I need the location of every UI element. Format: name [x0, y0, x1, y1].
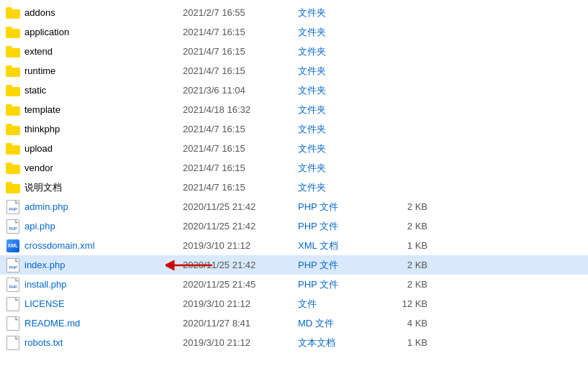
file-date: 2021/4/7 16:15	[183, 143, 298, 154]
file-type: 文件夹	[298, 123, 370, 136]
php-file-icon: PHP	[6, 278, 20, 292]
file-name: crossdomain.xml	[24, 240, 183, 251]
file-date: 2020/11/27 8:41	[183, 318, 298, 329]
file-date: 2020/11/25 21:42	[183, 221, 298, 231]
file-type: 文件夹	[298, 142, 370, 155]
file-date: 2020/11/25 21:45	[183, 279, 298, 290]
file-size: 12 KB	[370, 298, 428, 309]
file-date: 2021/4/7 16:15	[183, 27, 298, 37]
red-arrow-icon	[166, 258, 216, 272]
file-date: 2021/4/7 16:15	[183, 65, 298, 76]
file-type: 文件夹	[298, 84, 370, 97]
file-name: admin.php	[24, 201, 183, 212]
file-size: 2 KB	[370, 221, 428, 231]
php-file-icon: PHP	[6, 219, 20, 234]
list-item[interactable]: 说明文档 2021/4/7 16:15 文件夹	[0, 178, 588, 197]
file-type: 文件夹	[298, 6, 370, 19]
file-date: 2021/4/18 16:32	[183, 104, 298, 115]
file-name: thinkphp	[24, 124, 183, 134]
file-name: index.php	[24, 260, 183, 270]
file-type: PHP 文件	[298, 220, 370, 233]
file-type: 文件	[298, 298, 370, 311]
file-size: 2 KB	[370, 260, 428, 270]
list-item[interactable]: application 2021/4/7 16:15 文件夹	[0, 22, 588, 42]
file-type: PHP 文件	[298, 201, 370, 214]
list-item[interactable]: PHP install.php 2020/11/25 21:45 PHP 文件 …	[0, 275, 588, 294]
file-date: 2019/3/10 21:12	[183, 337, 298, 348]
list-item[interactable]: template 2021/4/18 16:32 文件夹	[0, 100, 588, 119]
file-type: 文件夹	[298, 104, 370, 116]
file-name: install.php	[24, 279, 183, 290]
file-date: 2021/4/7 16:15	[183, 46, 298, 57]
file-date: 2020/11/25 21:42	[183, 201, 298, 212]
file-date: 2021/4/7 16:15	[183, 182, 298, 193]
file-size: 2 KB	[370, 201, 428, 212]
file-size: 2 KB	[370, 279, 428, 290]
file-list: addons 2021/2/7 16:55 文件夹 application 20…	[0, 0, 588, 355]
file-type: 文件夹	[298, 181, 370, 194]
file-date: 2019/3/10 21:12	[183, 240, 298, 251]
file-name: LICENSE	[24, 298, 183, 309]
file-name: README.md	[24, 318, 183, 329]
file-date: 2021/4/7 16:15	[183, 124, 298, 134]
file-type: 文件夹	[298, 45, 370, 58]
list-item[interactable]: static 2021/3/6 11:04 文件夹	[0, 81, 588, 100]
file-date: 2021/2/7 16:55	[183, 7, 298, 18]
folder-icon	[6, 122, 20, 137]
file-size: 1 KB	[370, 240, 428, 251]
file-type: 文件夹	[298, 65, 370, 78]
list-item[interactable]: PHP admin.php 2020/11/25 21:42 PHP 文件 2 …	[0, 197, 588, 216]
file-size: 4 KB	[370, 318, 428, 329]
list-item[interactable]: XML crossdomain.xml 2019/3/10 21:12 XML …	[0, 236, 588, 255]
file-name: vendor	[24, 162, 183, 173]
folder-icon	[6, 161, 20, 175]
file-type: 文件夹	[298, 162, 370, 175]
file-name: robots.txt	[24, 337, 183, 348]
arrow-indicator	[166, 258, 216, 272]
folder-icon	[6, 45, 20, 59]
file-name: application	[24, 27, 183, 37]
list-item[interactable]: thinkphp 2021/4/7 16:15 文件夹	[0, 119, 588, 139]
folder-icon	[6, 6, 20, 20]
php-file-icon: PHP	[6, 258, 20, 272]
file-name: addons	[24, 7, 183, 18]
list-item[interactable]: README.md 2020/11/27 8:41 MD 文件 4 KB	[0, 313, 588, 333]
list-item[interactable]: robots.txt 2019/3/10 21:12 文本文档 1 KB	[0, 333, 588, 352]
folder-icon	[6, 103, 20, 117]
file-date: 2021/3/6 11:04	[183, 85, 298, 96]
file-name: api.php	[24, 221, 183, 231]
file-date: 2019/3/10 21:12	[183, 298, 298, 309]
list-item[interactable]: extend 2021/4/7 16:15 文件夹	[0, 42, 588, 61]
file-type: PHP 文件	[298, 259, 370, 272]
file-name: static	[24, 85, 183, 96]
file-type: 文件夹	[298, 26, 370, 39]
folder-icon	[6, 180, 20, 195]
file-name: template	[24, 104, 183, 115]
folder-icon	[6, 25, 20, 40]
list-item[interactable]: PHP index.php 2020/11/25 21:42 PHP 文件 2 …	[0, 255, 588, 275]
list-item[interactable]: upload 2021/4/7 16:15 文件夹	[0, 139, 588, 158]
folder-icon	[6, 64, 20, 78]
file-type: PHP 文件	[298, 278, 370, 291]
list-item[interactable]: LICENSE 2019/3/10 21:12 文件 12 KB	[0, 294, 588, 313]
folder-icon	[6, 142, 20, 156]
file-name: extend	[24, 46, 183, 57]
list-item[interactable]: runtime 2021/4/7 16:15 文件夹	[0, 61, 588, 81]
file-type: 文本文档	[298, 336, 370, 349]
xml-file-icon: XML	[6, 239, 20, 253]
file-type: XML 文档	[298, 239, 370, 252]
file-name: upload	[24, 143, 183, 154]
php-file-icon: PHP	[6, 200, 20, 214]
list-item[interactable]: addons 2021/2/7 16:55 文件夹	[0, 3, 588, 22]
file-name: runtime	[24, 65, 183, 76]
generic-file-icon	[6, 297, 20, 311]
list-item[interactable]: PHP api.php 2020/11/25 21:42 PHP 文件 2 KB	[0, 216, 588, 236]
md-file-icon	[6, 316, 20, 331]
txt-file-icon	[6, 336, 20, 350]
file-type: MD 文件	[298, 317, 370, 330]
list-item[interactable]: vendor 2021/4/7 16:15 文件夹	[0, 158, 588, 178]
file-name: 说明文档	[24, 181, 183, 194]
file-date: 2021/4/7 16:15	[183, 162, 298, 173]
folder-icon	[6, 83, 20, 98]
file-size: 1 KB	[370, 337, 428, 348]
